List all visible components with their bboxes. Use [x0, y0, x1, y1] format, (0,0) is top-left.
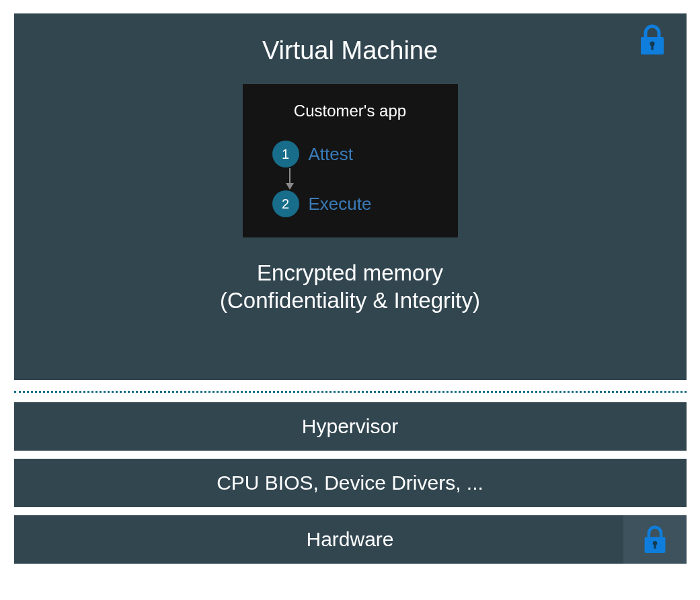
- architecture-stack: Virtual Machine Customer's app 1 Attest …: [14, 13, 687, 564]
- encrypted-memory-label: Encrypted memory (Confidentiality & Inte…: [220, 259, 480, 315]
- step-number-2: 2: [272, 190, 299, 217]
- svg-rect-2: [651, 44, 653, 50]
- hardware-lock-slot: [623, 515, 687, 564]
- trust-boundary-divider: [14, 391, 687, 393]
- step-label-attest: Attest: [309, 144, 353, 165]
- app-title: Customer's app: [294, 102, 406, 120]
- bios-label: CPU BIOS, Device Drivers, ...: [217, 472, 483, 494]
- arrow-down-icon: [286, 167, 294, 190]
- hardware-label: Hardware: [306, 528, 393, 551]
- vm-box: Virtual Machine Customer's app 1 Attest …: [14, 13, 687, 380]
- lock-icon: [641, 525, 668, 554]
- step-attest: 1 Attest: [272, 141, 353, 167]
- hardware-layer: Hardware: [14, 515, 687, 564]
- hypervisor-label: Hypervisor: [302, 415, 398, 438]
- step-execute: 2 Execute: [272, 190, 372, 217]
- customer-app-box: Customer's app 1 Attest 2 Execute: [243, 84, 458, 237]
- step-number-1: 1: [272, 141, 299, 167]
- lock-icon-svg: [637, 24, 667, 56]
- step-label-execute: Execute: [309, 194, 372, 215]
- bios-drivers-layer: CPU BIOS, Device Drivers, ...: [14, 459, 687, 507]
- vm-title: Virtual Machine: [262, 36, 438, 65]
- svg-rect-5: [654, 543, 656, 548]
- hypervisor-layer: Hypervisor: [14, 402, 687, 451]
- encrypted-line-1: Encrypted memory: [220, 259, 480, 287]
- encrypted-line-2: (Confidentiality & Integrity): [220, 287, 480, 314]
- lock-icon: [634, 22, 670, 58]
